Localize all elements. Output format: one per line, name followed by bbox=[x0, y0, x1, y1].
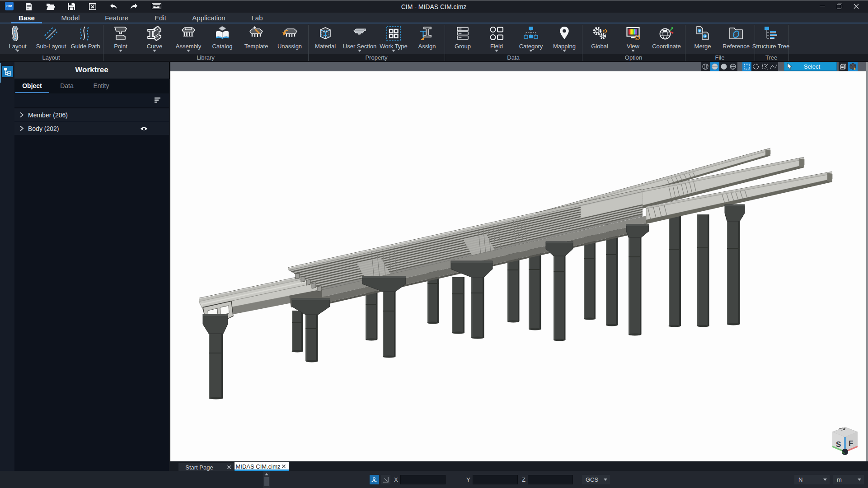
svg-text:A: A bbox=[707, 64, 708, 66]
svg-text:F: F bbox=[849, 439, 853, 448]
